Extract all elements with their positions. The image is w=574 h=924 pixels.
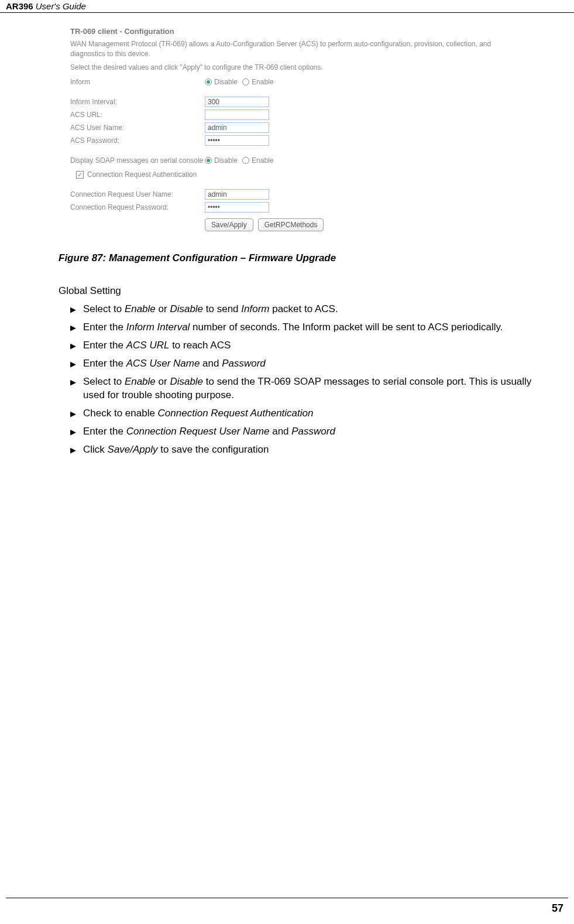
list-item: ▶ Click Save/Apply to save the configura… <box>70 443 539 457</box>
inform-disable-radio[interactable] <box>205 78 212 85</box>
soap-enable-radio[interactable] <box>242 157 249 164</box>
page-header: AR396 User's Guide <box>0 0 574 13</box>
conn-user-input[interactable] <box>205 189 269 200</box>
list-item: ▶ Enter the ACS URL to reach ACS <box>70 339 539 353</box>
list-item: ▶ Select to Enable or Disable to send th… <box>70 375 539 402</box>
screenshot-title: TR-069 client - Configuration <box>70 27 515 36</box>
triangle-icon: ▶ <box>70 323 83 333</box>
acs-user-input[interactable] <box>205 122 269 133</box>
triangle-icon: ▶ <box>70 445 83 456</box>
triangle-icon: ▶ <box>70 359 83 369</box>
embedded-screenshot: TR-069 client - Configuration WAN Manage… <box>70 27 515 231</box>
soap-disable-label: Disable <box>214 156 238 165</box>
get-rpc-methods-button[interactable]: GetRPCMethods <box>258 218 324 231</box>
screenshot-desc1: WAN Management Protocol (TR-069) allows … <box>70 39 515 59</box>
triangle-icon: ▶ <box>70 377 83 388</box>
inform-enable-label: Enable <box>252 78 273 86</box>
inform-interval-label: Inform Interval: <box>70 98 205 106</box>
conn-auth-checkbox[interactable] <box>76 171 84 179</box>
conn-pass-label: Connection Request Password: <box>70 203 205 211</box>
list-item: ▶ Enter the Inform Interval number of se… <box>70 321 539 334</box>
list-item: ▶ Check to enable Connection Request Aut… <box>70 407 539 420</box>
save-apply-button[interactable]: Save/Apply <box>205 218 253 231</box>
triangle-icon: ▶ <box>70 341 83 351</box>
conn-user-label: Connection Request User Name: <box>70 190 205 199</box>
inform-interval-input[interactable] <box>205 97 269 107</box>
conn-pass-input[interactable] <box>205 202 269 213</box>
soap-label: Display SOAP messages on serial console <box>70 156 205 165</box>
triangle-icon: ▶ <box>70 409 83 419</box>
inform-label: Inform <box>70 78 205 86</box>
soap-disable-radio[interactable] <box>205 157 212 164</box>
section-title: Global Setting <box>59 285 574 297</box>
figure-caption: Figure 87: Management Configuration – Fi… <box>59 252 574 264</box>
acs-user-label: ACS User Name: <box>70 124 205 132</box>
acs-url-input[interactable] <box>205 109 269 120</box>
page-number: 57 <box>552 902 563 915</box>
footer-rule <box>6 898 568 898</box>
triangle-icon: ▶ <box>70 427 83 437</box>
acs-url-label: ACS URL: <box>70 111 205 119</box>
list-item: ▶ Enter the ACS User Name and Password <box>70 357 539 371</box>
inform-enable-radio[interactable] <box>242 78 249 85</box>
acs-pass-label: ACS Password: <box>70 136 205 145</box>
list-item: ▶ Select to Enable or Disable to send In… <box>70 303 539 316</box>
list-item: ▶ Enter the Connection Request User Name… <box>70 425 539 439</box>
bullet-list: ▶ Select to Enable or Disable to send In… <box>70 303 539 456</box>
triangle-icon: ▶ <box>70 304 83 315</box>
acs-pass-input[interactable] <box>205 135 269 146</box>
soap-enable-label: Enable <box>252 156 273 165</box>
screenshot-desc2: Select the desired values and click "App… <box>70 63 515 73</box>
inform-disable-label: Disable <box>214 78 238 86</box>
header-product: AR396 <box>6 1 33 11</box>
header-subtitle: User's Guide <box>36 1 86 11</box>
conn-auth-label: Connection Request Authentication <box>87 170 197 179</box>
